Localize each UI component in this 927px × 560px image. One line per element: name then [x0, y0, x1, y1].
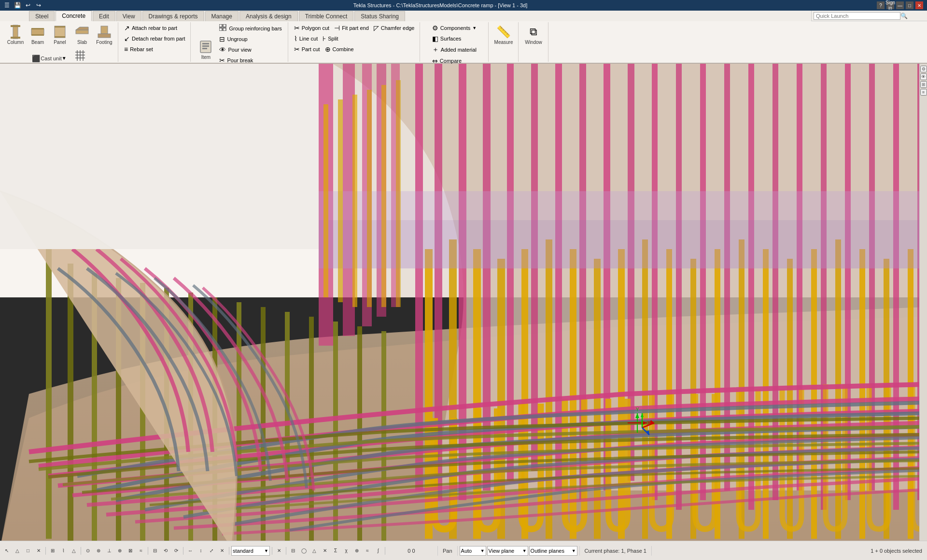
quick-access-toolbar[interactable]: ☰ 💾 ↩ ↪ — [0, 0, 45, 11]
close-button[interactable]: ✕ — [915, 1, 923, 9]
status-snap2-button[interactable]: ⊛ — [94, 546, 103, 556]
window-group: ⧉ Window — [520, 22, 548, 62]
status-b1[interactable]: ⊟ — [288, 546, 298, 556]
status-grid2-button[interactable]: ⊞ — [48, 546, 57, 556]
tab-status-sharing[interactable]: Status Sharing — [354, 11, 405, 21]
tab-analysis-design[interactable]: Analysis & design — [239, 11, 298, 21]
combine-button[interactable]: ⊕ Combine — [323, 44, 356, 54]
slab-button[interactable]: Slab — [71, 23, 93, 46]
status-tool1-button[interactable]: ⊟ — [150, 546, 160, 556]
status-snap6-button[interactable]: ≈ — [136, 546, 146, 556]
status-move1-button[interactable]: ↔ — [185, 546, 195, 556]
components-dropdown-icon: ▼ — [472, 26, 477, 30]
chamfer-edge-button[interactable]: ◸ Chamfer edge — [372, 23, 417, 33]
rebar-set-label: Rebar set — [130, 46, 153, 52]
status-tool3-button[interactable]: ⟳ — [171, 546, 181, 556]
beam-button[interactable]: Beam — [27, 23, 48, 46]
status-line-button[interactable]: ⌇ — [58, 546, 68, 556]
cast-unit-dropdown-icon[interactable]: ▼ — [62, 56, 67, 61]
tab-manage[interactable]: Manage — [205, 11, 239, 21]
status-snap3-button[interactable]: ⊥ — [104, 546, 114, 556]
status-b2[interactable]: ◯ — [299, 546, 309, 556]
fit-part-end-button[interactable]: ⊣ Fit part end — [332, 23, 371, 33]
status-snap1-button[interactable]: ⊙ — [83, 546, 93, 556]
app-menu-button[interactable]: ☰ — [2, 0, 12, 10]
group-reinf-button[interactable]: Group reinforcing bars — [217, 23, 283, 33]
status-point-button[interactable]: △ — [13, 546, 22, 556]
status-b3[interactable]: △ — [309, 546, 319, 556]
undo-button[interactable]: ↩ — [23, 0, 33, 10]
minimize-button[interactable]: — — [896, 1, 904, 9]
tab-trimble-connect[interactable]: Trimble Connect — [299, 11, 354, 21]
attach-rebar-button[interactable]: ↗ Attach rebar to part — [122, 23, 187, 33]
search-input[interactable] — [814, 12, 900, 20]
item-button[interactable]: Item — [195, 38, 216, 61]
window-button[interactable]: ⧉ Window — [523, 23, 544, 46]
status-b8[interactable]: ≈ — [363, 546, 372, 556]
ribbon: Column Beam — [0, 21, 927, 64]
pour-view-button[interactable]: 👁 Pour view — [217, 45, 283, 55]
maximize-button[interactable]: □ — [906, 1, 913, 9]
rebar-set-button[interactable]: ≡ Rebar set — [122, 44, 187, 54]
panel-button[interactable]: Panel — [49, 23, 70, 46]
right-icons-panel: ⚙ 👁 ⊞ ≡ — [919, 64, 927, 541]
cast-unit-button[interactable]: ⬛ Cast unit ▼ — [29, 53, 68, 64]
ungroup-button[interactable]: ⊟ Ungroup — [217, 34, 283, 44]
status-b7[interactable]: ⊕ — [352, 546, 362, 556]
status-select-button[interactable]: ↖ — [2, 546, 12, 556]
tab-edit[interactable]: Edit — [93, 11, 115, 21]
status-viewplane-combo[interactable]: View plane ▼ — [487, 546, 528, 556]
redo-button[interactable]: ↪ — [34, 0, 43, 10]
signin-button[interactable]: Sign in — [886, 1, 894, 9]
right-icon-layers[interactable]: ≡ — [920, 89, 927, 96]
slab-label: Slab — [77, 40, 87, 45]
status-tool2-button[interactable]: ⟲ — [161, 546, 170, 556]
save-button[interactable]: 💾 — [13, 0, 22, 10]
status-box-button[interactable]: □ — [23, 546, 33, 556]
status-sep-pan — [457, 546, 458, 556]
tab-concrete[interactable]: Concrete — [56, 11, 92, 21]
compare-label: Compare — [440, 58, 462, 64]
help-button[interactable]: ? — [877, 1, 885, 9]
svg-rect-5 — [31, 34, 44, 36]
status-b9[interactable]: ∫ — [373, 546, 383, 556]
viewport[interactable]: Y X — [0, 64, 927, 541]
status-snap5-button[interactable]: ⊠ — [126, 546, 135, 556]
status-b6[interactable]: χ — [341, 546, 351, 556]
right-icon-grid[interactable]: ⊞ — [920, 81, 927, 88]
part-cut-button[interactable]: ✂ Part cut — [292, 44, 322, 54]
detach-rebar-button[interactable]: ↙ Detach rebar from part — [122, 34, 187, 43]
status-move4-button[interactable]: ✕ — [217, 546, 227, 556]
added-material-button[interactable]: ＋ Added material — [430, 44, 478, 55]
split-button[interactable]: ⊦ Split — [321, 34, 340, 43]
status-snap4-button[interactable]: ⊕ — [115, 546, 125, 556]
polygon-cut-button[interactable]: ✂ Polygon cut — [292, 23, 331, 33]
status-triangle-button[interactable]: △ — [69, 546, 79, 556]
fit-part-end-label: Fit part end — [342, 25, 369, 31]
components-button[interactable]: ⚙ Components ▼ — [430, 23, 478, 33]
status-auto-combo[interactable]: Auto ▼ — [460, 546, 486, 556]
line-cut-button[interactable]: ⌇ Line cut — [292, 34, 320, 43]
right-icon-settings[interactable]: ⚙ — [920, 66, 927, 72]
status-b5[interactable]: Σ — [331, 546, 340, 556]
tab-drawings-reports[interactable]: Drawings & reports — [142, 11, 204, 21]
status-cross-button[interactable]: ✕ — [34, 546, 43, 556]
search-bar[interactable]: 🔍 — [811, 11, 927, 21]
window-controls[interactable]: ? Sign in — □ ✕ — [877, 1, 923, 9]
tab-steel[interactable]: Steel — [29, 11, 55, 21]
status-standard-combo[interactable]: standard ▼ — [231, 546, 270, 556]
footing-button[interactable]: Footing — [94, 23, 115, 46]
status-move3-button[interactable]: ⤢ — [207, 546, 216, 556]
measure-button[interactable]: 📏 Measure — [492, 23, 515, 46]
tab-view[interactable]: View — [116, 11, 141, 21]
status-clear-button[interactable]: ✕ — [274, 546, 284, 556]
status-b4[interactable]: ✕ — [320, 546, 330, 556]
detach-rebar-label: Detach rebar from part — [132, 36, 185, 42]
right-icon-eye[interactable]: 👁 — [920, 73, 927, 80]
svg-rect-96 — [338, 99, 343, 302]
status-outlineplanes-combo[interactable]: Outline planes ▼ — [529, 546, 577, 556]
svg-marker-10 — [76, 27, 88, 30]
column-button[interactable]: Column — [5, 23, 26, 46]
surfaces-button[interactable]: ◧ Surfaces — [430, 34, 478, 43]
status-move2-button[interactable]: ↕ — [196, 546, 206, 556]
